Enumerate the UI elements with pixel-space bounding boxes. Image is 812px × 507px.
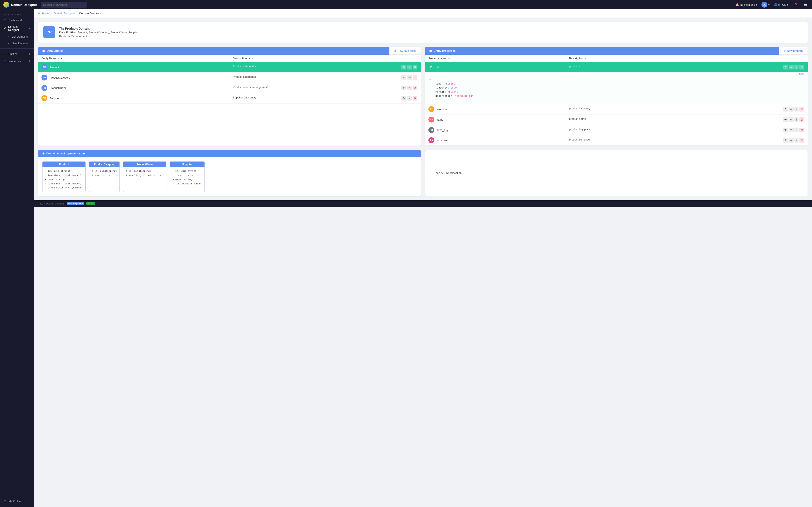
table-row[interactable]: SU Supplier Supplier data entity 👁 ✏ ✕ <box>38 93 421 104</box>
sidebar-item-label: Domain Designer <box>8 25 27 32</box>
copy-button[interactable]: ⎘ <box>795 107 799 112</box>
search-input[interactable] <box>41 2 87 8</box>
plus-icon[interactable]: + <box>29 52 31 56</box>
sort-icons[interactable]: ▲▼ <box>58 57 63 60</box>
sidebar-item-my-profile[interactable]: ⊞ My Profile <box>0 498 34 504</box>
sort-icons[interactable]: ▲▼ <box>248 57 253 60</box>
table-row[interactable]: IN inventory product inventory 👁 ✏ ⎘ 🗑 <box>425 104 808 114</box>
divider <box>0 48 34 49</box>
entity-avatar: PR <box>42 85 47 91</box>
chevron-down-icon: ▾ <box>787 3 788 6</box>
user-menu[interactable]: JE ▾ <box>761 2 770 8</box>
table-row[interactable]: PR ProductCategory Product categories 👁 … <box>38 72 421 83</box>
edit-button[interactable]: ✏ <box>407 65 412 69</box>
edit-button[interactable]: ✏ <box>789 65 794 69</box>
entity-properties-tab[interactable]: ▦ Entity properties <box>425 47 779 55</box>
copy-button[interactable]: ⎘ <box>795 128 799 132</box>
property-name-cell: NA name <box>425 114 566 125</box>
uml-body: + id: uuid(string)+ inventory: float(num… <box>43 167 86 191</box>
panels-row: ▦ Data Entities ⊕ New data entity <box>38 47 808 146</box>
copy-link[interactable]: copy <box>425 72 808 76</box>
view-button[interactable]: 👁 <box>783 117 788 122</box>
new-property-button[interactable]: ⊕ New property <box>779 47 808 55</box>
data-entities-panel: ▦ Data Entities ⊕ New data entity <box>38 47 421 146</box>
sort-icons[interactable]: ▲ <box>585 57 587 60</box>
entity-properties-panel: ▦ Entity properties ⊕ New property <box>425 47 808 146</box>
view-button[interactable]: 👁 <box>401 96 406 101</box>
properties-table: Property name ▲ Description ▲ <box>425 55 808 146</box>
data-entities-tab[interactable]: ▦ Data Entities <box>38 47 389 55</box>
delete-button[interactable]: ✕ <box>413 65 417 69</box>
domain-description: Products Management <box>59 35 139 38</box>
uml-body: + id: uuid(string)+ judah: string+ name:… <box>170 167 204 187</box>
view-button[interactable]: 👁 <box>401 65 406 69</box>
api-icon: ⊙ <box>429 171 432 174</box>
view-button[interactable]: 👁 <box>783 107 788 112</box>
breadcrumb-home[interactable]: Home <box>42 12 49 15</box>
new-data-entity-button[interactable]: ⊕ New data entity <box>389 47 421 55</box>
table-row[interactable]: ID id product id 👁 ✏ ⎘ 🗑 <box>425 62 808 72</box>
avatar: JE <box>761 2 767 8</box>
language-button[interactable]: 🌐 en-US ▾ <box>772 2 790 7</box>
sidebar-item-new-domain[interactable]: ≡ New Domain <box>0 40 34 47</box>
plus-icon[interactable]: + <box>29 59 31 63</box>
edit-button[interactable]: ✏ <box>407 86 412 90</box>
footer-copyright: © 2023, Domain Designer <box>37 203 64 205</box>
brand-title: Domain Designer <box>11 3 37 7</box>
table-row[interactable]: NA name product name 👁 ✏ ⎘ 🗑 <box>425 114 808 125</box>
delete-button[interactable]: ✕ <box>413 86 417 90</box>
edit-button[interactable]: ✏ <box>407 75 412 80</box>
table-row[interactable]: PS price_sell product sell price 👁 ✏ ⎘ 🗑 <box>425 135 808 146</box>
copy-button[interactable]: ⎘ <box>795 65 799 69</box>
view-button[interactable]: 👁 <box>401 86 406 90</box>
uml-field: + id: uuid(string) <box>92 169 117 173</box>
entity-avatar: PR <box>42 64 47 70</box>
uml-field: + price_sell: float(number) <box>45 186 83 190</box>
view-button[interactable]: 👁 <box>401 75 406 80</box>
view-button[interactable]: 👁 <box>783 128 788 132</box>
sort-icons[interactable]: ▲ <box>448 57 450 60</box>
uml-field: + test_number: number <box>172 182 202 186</box>
edit-button[interactable]: ✏ <box>789 138 794 143</box>
question-icon: ❓ <box>794 3 798 6</box>
delete-button[interactable]: 🗑 <box>799 128 804 132</box>
copy-button[interactable]: ⎘ <box>795 117 799 122</box>
notifications-button[interactable]: 🔔 Notifications ▾ <box>734 2 759 7</box>
delete-button[interactable]: 🗑 <box>799 117 804 122</box>
help-button[interactable]: ❓ <box>793 2 799 7</box>
uml-body: + id: uuid(string)+ name: string <box>89 167 119 179</box>
delete-button[interactable]: 🗑 <box>799 138 804 143</box>
view-button[interactable]: 👁 <box>783 138 788 143</box>
sidebar-item-dashboard[interactable]: ⊞ Dashboard <box>0 17 34 23</box>
delete-button[interactable]: 🗑 <box>799 107 804 112</box>
edit-button[interactable]: ✏ <box>789 107 794 112</box>
entity-properties-header: ▦ Entity properties ⊕ New property <box>425 47 808 55</box>
edit-button[interactable]: ✏ <box>789 117 794 122</box>
sidebar-item-label: New Domain <box>12 42 28 45</box>
domain-header: PR The Products Domain. Data Entities: P… <box>38 22 808 43</box>
breadcrumb-sep2: › <box>77 12 78 15</box>
property-avatar: PS <box>428 137 434 143</box>
book-button[interactable]: 📖 <box>802 2 809 7</box>
sidebar-item-properties[interactable]: ⊡ Properties + <box>0 57 34 65</box>
sidebar-item-domain-designer[interactable]: ✕ Domain Designer − <box>0 23 34 33</box>
breadcrumb-domain-designer[interactable]: Domain Designer <box>54 12 75 15</box>
edit-button[interactable]: ✏ <box>407 96 412 101</box>
navbar: 🎨 Domain Designer 🔔 Notifications ▾ JE ▾… <box>0 0 812 9</box>
plus-circle-icon: ⊕ <box>783 49 786 52</box>
view-button[interactable]: 👁 <box>783 65 788 69</box>
delete-button[interactable]: 🗑 <box>799 65 804 69</box>
property-expanded-row: copy ▾ { type: "string", readOnly: true,… <box>425 72 808 104</box>
delete-button[interactable]: ✕ <box>413 96 417 101</box>
copy-button[interactable]: ⎘ <box>795 138 799 143</box>
sidebar-item-entities[interactable]: ⊡ Entities + <box>0 50 34 57</box>
table-row[interactable]: PR Product Product data entity 👁 ✏ ✕ <box>38 62 421 72</box>
entity-name: ProductOrder <box>49 87 66 90</box>
property-name-cell: ID id <box>425 62 566 72</box>
edit-button[interactable]: ✏ <box>789 128 794 132</box>
api-panel[interactable]: ⊙ Open API Specification <box>425 150 808 196</box>
table-row[interactable]: PB price_buy product buy price 👁 ✏ ⎘ 🗑 <box>425 125 808 135</box>
table-row[interactable]: PR ProductOrder Product orders managemen… <box>38 83 421 93</box>
sidebar-item-list-domains[interactable]: ≡ List Domains <box>0 33 34 40</box>
delete-button[interactable]: ✕ <box>413 75 417 80</box>
